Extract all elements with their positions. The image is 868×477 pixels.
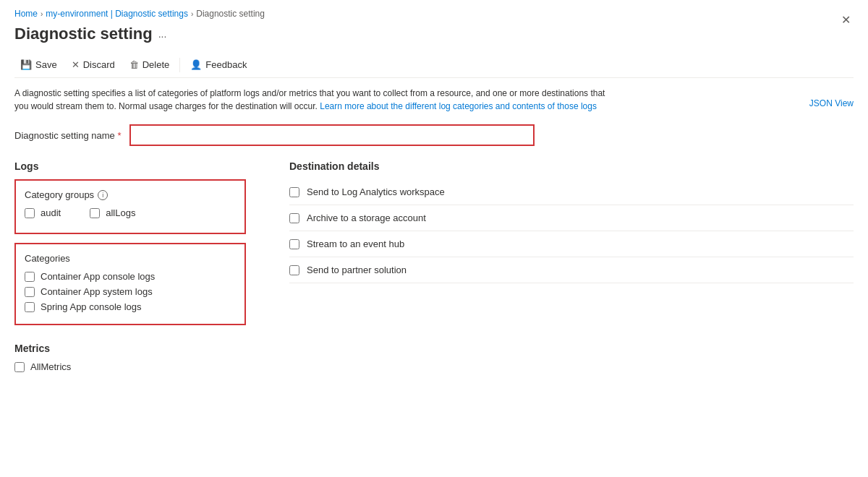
destination-event-hub: Stream to an event hub [289, 231, 854, 257]
all-metrics-label[interactable]: AllMetrics [30, 361, 71, 372]
breadcrumb-sep-1: › [41, 10, 43, 18]
destination-storage-account: Archive to a storage account [289, 205, 854, 231]
storage-account-checkbox[interactable] [289, 213, 299, 223]
title-ellipsis-menu[interactable]: ... [158, 28, 167, 40]
category-groups-info-icon[interactable]: i [98, 190, 108, 200]
category-groups-box: Category groups i audit allLogs [14, 179, 246, 234]
breadcrumb-home[interactable]: Home [14, 9, 38, 19]
close-button[interactable]: ✕ [838, 10, 854, 30]
audit-label[interactable]: audit [41, 207, 61, 218]
alllogs-checkbox[interactable] [90, 208, 100, 218]
spring-app-console-checkbox[interactable] [25, 302, 35, 312]
setting-name-input[interactable] [129, 124, 535, 146]
setting-name-row: Diagnostic setting name * [14, 124, 854, 146]
metrics-section: Metrics AllMetrics [14, 343, 246, 372]
main-content: Logs Category groups i audit allLogs [14, 160, 854, 378]
partner-solution-checkbox[interactable] [289, 265, 299, 275]
feedback-label: Feedback [205, 59, 247, 70]
logs-section-header: Logs [14, 160, 246, 172]
save-label: Save [35, 59, 57, 70]
checkbox-row-console-logs: Container App console logs [25, 271, 236, 282]
feedback-button[interactable]: 👤 Feedback [184, 56, 252, 73]
checkbox-row-allmetrics: AllMetrics [14, 361, 246, 372]
category-groups-title: Category groups i [25, 189, 236, 200]
save-icon: 💾 [20, 59, 32, 70]
discard-icon: ✕ [72, 59, 80, 70]
event-hub-checkbox[interactable] [289, 239, 299, 249]
save-button[interactable]: 💾 Save [14, 56, 63, 73]
all-metrics-checkbox[interactable] [14, 362, 25, 372]
learn-more-link[interactable]: Learn more about the different log categ… [320, 101, 597, 111]
spring-app-console-label[interactable]: Spring App console logs [41, 301, 141, 312]
container-app-console-checkbox[interactable] [25, 272, 35, 282]
audit-checkbox[interactable] [25, 208, 35, 218]
breadcrumb-sep-2: › [191, 10, 193, 18]
description: A diagnostic setting specifies a list of… [14, 87, 608, 113]
destination-partner-solution: Send to partner solution [289, 257, 854, 283]
delete-label: Delete [142, 59, 170, 70]
log-analytics-checkbox[interactable] [289, 187, 299, 197]
destination-section-header: Destination details [289, 160, 854, 172]
checkbox-row-system-logs: Container App system logs [25, 286, 236, 297]
categories-list: Container App console logs Container App… [25, 271, 236, 315]
page-title: Diagnostic setting [14, 25, 153, 43]
delete-button[interactable]: 🗑 Delete [124, 56, 176, 73]
categories-title: Categories [25, 253, 236, 264]
destination-log-analytics: Send to Log Analytics workspace [289, 179, 854, 205]
partner-solution-label[interactable]: Send to partner solution [307, 265, 407, 275]
breadcrumb-current: Diagnostic setting [196, 9, 265, 19]
breadcrumb-environment[interactable]: my-environment | Diagnostic settings [46, 9, 188, 19]
delete-icon: 🗑 [129, 59, 139, 70]
discard-label: Discard [83, 59, 115, 70]
toolbar-separator [179, 58, 180, 72]
discard-button[interactable]: ✕ Discard [66, 56, 121, 73]
checkbox-row-alllogs: allLogs [90, 207, 135, 218]
storage-account-label[interactable]: Archive to a storage account [307, 212, 426, 223]
toolbar: 💾 Save ✕ Discard 🗑 Delete 👤 Feedback [14, 52, 854, 78]
setting-name-label: Diagnostic setting name * [14, 130, 121, 141]
page-title-row: Diagnostic setting ... [14, 25, 854, 43]
category-groups-checkboxes: audit allLogs [25, 207, 236, 224]
breadcrumb: Home › my-environment | Diagnostic setti… [14, 9, 854, 19]
container-app-system-checkbox[interactable] [25, 287, 35, 297]
json-view-link[interactable]: JSON View [809, 98, 854, 108]
destination-panel: Destination details Send to Log Analytic… [289, 160, 854, 378]
event-hub-label[interactable]: Stream to an event hub [307, 239, 404, 249]
required-star: * [117, 130, 121, 141]
metrics-section-header: Metrics [14, 343, 246, 354]
container-app-system-label[interactable]: Container App system logs [41, 286, 153, 297]
page-container: Home › my-environment | Diagnostic setti… [0, 0, 868, 392]
alllogs-label[interactable]: allLogs [106, 207, 135, 218]
logs-panel: Logs Category groups i audit allLogs [14, 160, 246, 378]
container-app-console-label[interactable]: Container App console logs [41, 271, 155, 282]
feedback-icon: 👤 [190, 59, 202, 70]
categories-box: Categories Container App console logs Co… [14, 243, 246, 325]
checkbox-row-spring-console: Spring App console logs [25, 301, 236, 312]
checkbox-row-audit: audit [25, 207, 61, 218]
log-analytics-label[interactable]: Send to Log Analytics workspace [307, 186, 445, 197]
